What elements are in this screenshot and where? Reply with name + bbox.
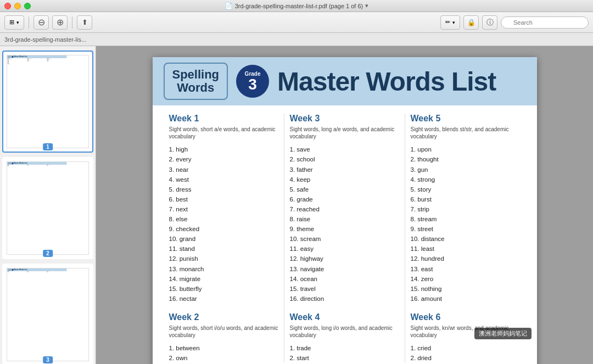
- list-item: 3. near: [169, 165, 278, 175]
- list-item: 1. between: [169, 343, 278, 353]
- list-item: 12. highway: [290, 254, 399, 264]
- list-item: 4. west: [169, 175, 278, 184]
- list-item: 6. burst: [411, 194, 521, 204]
- week-4-title: Week 4: [290, 312, 399, 322]
- grade-circle: Grade 3: [236, 65, 269, 98]
- thumbnail-page-3[interactable]: SpellingWords 3 Master Words List Week 1…: [2, 264, 93, 364]
- zoom-out-button[interactable]: ⊖: [33, 15, 49, 30]
- zoom-in-button[interactable]: ⊕: [52, 15, 68, 30]
- security-button[interactable]: 🔒: [463, 15, 479, 30]
- list-item: 10. scream: [290, 234, 399, 244]
- list-item: 12. punish: [169, 254, 278, 264]
- list-item: 1. trade: [290, 343, 399, 353]
- list-item: 6. best: [169, 194, 278, 204]
- list-item: 8. raise: [290, 214, 399, 224]
- toolbar-separator: [29, 16, 29, 29]
- annotate-button[interactable]: ✏ ▾: [440, 15, 460, 30]
- week-5-subtitle: Sight words, blends st/str, and academic…: [411, 126, 521, 140]
- week-5-title: Week 5: [411, 114, 521, 124]
- content-grid: Week 1 Sight words, short a/e words, and…: [153, 105, 537, 364]
- list-item: 4. keep: [290, 175, 399, 184]
- page-header: Spelling Words Grade 3 Master Words List: [153, 57, 537, 105]
- week-1-list: 1. high 2. every 3. near 4. west 5. dres…: [169, 144, 278, 304]
- list-item: 11. least: [411, 244, 521, 254]
- week-6-list: 1. cried 2. dried: [411, 343, 521, 363]
- pdf-page-wrapper: Spelling Words Grade 3 Master Words List…: [153, 57, 537, 353]
- week-2-list: 1. between 2. own: [169, 343, 278, 363]
- week-2-subtitle: Sight words, short i/o/u words, and acad…: [169, 324, 278, 339]
- spelling-words-box: Spelling Words: [164, 63, 228, 100]
- spelling-title-line1: Spelling: [172, 68, 220, 81]
- week-1-title: Week 1: [169, 114, 278, 124]
- info-button[interactable]: ⓘ: [482, 15, 497, 30]
- pdf-icon: 📄: [225, 2, 233, 10]
- list-item: 5. dress: [169, 184, 278, 194]
- list-item: 11. easy: [290, 244, 399, 254]
- list-item: 14. zero: [411, 274, 521, 284]
- list-item: 9. street: [411, 224, 521, 234]
- list-item: 16. nectar: [169, 294, 278, 304]
- pdf-page: Spelling Words Grade 3 Master Words List…: [153, 57, 537, 364]
- list-item: 14. ocean: [290, 274, 399, 284]
- list-item: 12. hundred: [411, 254, 521, 264]
- list-item: 10. distance: [411, 234, 521, 244]
- list-item: 1. high: [169, 144, 278, 154]
- list-item: 3. father: [290, 165, 399, 175]
- search-wrapper: 🔍: [501, 16, 589, 29]
- list-item: 8. stream: [411, 214, 521, 224]
- sidebar-thumbnails: SpellingWords 3 Master Words List Week 1…: [0, 46, 96, 364]
- week-3-list: 1. save 2. school 3. father 4. keep 5. s…: [290, 144, 399, 304]
- minimize-button[interactable]: [14, 3, 21, 9]
- list-item: 16. direction: [290, 294, 399, 304]
- page-main-title: Master Words List: [277, 66, 496, 97]
- pdf-viewer[interactable]: Spelling Words Grade 3 Master Words List…: [96, 46, 593, 364]
- window-title: 📄 3rd-grade-spelling-master-list-r.pdf (…: [225, 2, 369, 10]
- list-item: 15. travel: [290, 284, 399, 294]
- week-2-title: Week 2: [169, 312, 278, 322]
- week-5-column: Week 5 Sight words, blends st/str, and a…: [405, 114, 526, 363]
- week-5-list: 1. upon 2. thought 3. gun 4. strong 5. s…: [411, 144, 521, 304]
- grade-number: 3: [248, 77, 257, 92]
- list-item: 2. dried: [411, 353, 521, 363]
- close-button[interactable]: [4, 3, 11, 9]
- view-toggle-button[interactable]: ⊞ ▾: [4, 15, 24, 30]
- thumbnail-page-2[interactable]: SpellingWords 3 Master Words List Week 7…: [2, 157, 93, 259]
- list-item: 5. safe: [290, 184, 399, 194]
- thumbnail-image-2: SpellingWords 3 Master Words List Week 7…: [7, 161, 89, 255]
- maximize-button[interactable]: [24, 3, 31, 9]
- thumbnail-number-3: 3: [43, 356, 53, 363]
- watermark: 澳洲老师妈妈笔记: [474, 328, 532, 339]
- week-3-column: Week 3 Sight words, long a/e words, and …: [284, 114, 405, 363]
- list-item: 6. grade: [290, 194, 399, 204]
- list-item: 4. strong: [411, 175, 521, 184]
- toolbar: ⊞ ▾ ⊖ ⊕ ⬆ ✏ ▾ 🔒 ⓘ 🔍: [0, 12, 593, 33]
- week-6-title: Week 6: [411, 312, 521, 322]
- week-4-subtitle: Sight words, long i/o words, and academi…: [290, 324, 399, 339]
- chevron-down-icon[interactable]: ▾: [365, 2, 368, 9]
- lock-icon: 🔒: [467, 19, 475, 26]
- share-button[interactable]: ⬆: [77, 15, 92, 30]
- list-item: 7. next: [169, 204, 278, 214]
- list-item: 14. migrate: [169, 274, 278, 284]
- list-item: 2. start: [290, 353, 399, 363]
- main-area: SpellingWords 3 Master Words List Week 1…: [0, 46, 593, 364]
- thumbnail-image-3: SpellingWords 3 Master Words List Week 1…: [7, 268, 89, 361]
- list-item: 2. own: [169, 353, 278, 363]
- list-item: 1. save: [290, 144, 399, 154]
- window-controls[interactable]: [4, 3, 31, 9]
- share-icon: ⬆: [82, 18, 88, 26]
- list-item: 13. monarch: [169, 264, 278, 274]
- list-item: 1. cried: [411, 343, 521, 353]
- week-3-subtitle: Sight words, long a/e words, and academi…: [290, 126, 399, 140]
- search-input[interactable]: [501, 16, 589, 29]
- toolbar-separator-2: [72, 16, 72, 29]
- week-3-title: Week 3: [290, 114, 399, 124]
- list-item: 2. thought: [411, 154, 521, 164]
- breadcrumb-text: 3rd-grade-spelling-master-lis...: [4, 36, 86, 43]
- thumbnail-page-1[interactable]: SpellingWords 3 Master Words List Week 1…: [2, 51, 93, 153]
- week-1-column: Week 1 Sight words, short a/e words, and…: [164, 114, 284, 363]
- pen-icon: ✏: [445, 19, 450, 26]
- spelling-title-line2: Words: [172, 81, 220, 94]
- dropdown-arrow-icon: ▾: [16, 20, 19, 25]
- annotate-arrow-icon: ▾: [452, 20, 455, 25]
